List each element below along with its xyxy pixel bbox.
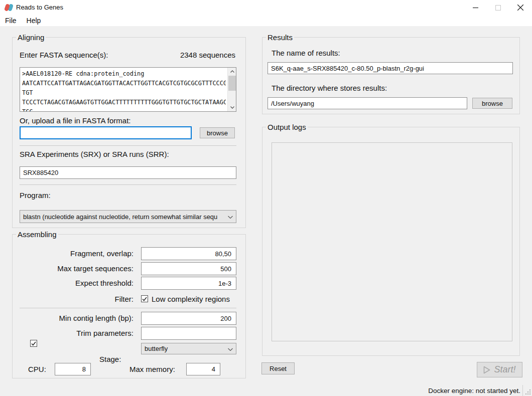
fasta-scrollbar[interactable] bbox=[227, 68, 236, 111]
program-select[interactable]: blastn (nucleotide against nucleotide, r… bbox=[20, 210, 236, 223]
scrollbar-thumb[interactable] bbox=[228, 76, 236, 91]
separator bbox=[20, 308, 236, 308]
output-logs-group: Output logs bbox=[262, 127, 520, 356]
docker-status-text: Docker engine: not started yet. bbox=[428, 387, 520, 394]
trim-parameters-label: Trim parameters: bbox=[20, 329, 134, 337]
output-logs-pane[interactable] bbox=[272, 142, 512, 341]
resize-grip[interactable] bbox=[524, 388, 530, 394]
assembling-legend: Assembling bbox=[16, 230, 58, 239]
stage-select-value: butterfly bbox=[145, 345, 168, 352]
checkmark-icon bbox=[31, 341, 36, 346]
start-button[interactable]: Start! bbox=[477, 362, 522, 377]
max-memory-label: Max memory: bbox=[129, 365, 175, 373]
scroll-down-icon[interactable] bbox=[228, 104, 236, 111]
upload-browse-button[interactable]: browse bbox=[200, 127, 235, 138]
maximize-icon bbox=[495, 5, 501, 11]
menu-bar: File Help bbox=[0, 15, 532, 26]
sra-input[interactable] bbox=[20, 166, 236, 179]
close-icon bbox=[517, 5, 523, 11]
results-name-input[interactable] bbox=[268, 62, 513, 74]
status-bar: Docker engine: not started yet. bbox=[0, 385, 532, 396]
title-bar: Reads to Genes bbox=[0, 0, 532, 15]
scroll-up-icon[interactable] bbox=[228, 68, 236, 75]
minimize-button[interactable] bbox=[464, 0, 487, 15]
trim-parameters-input[interactable] bbox=[141, 327, 236, 340]
app-logo-icon bbox=[5, 3, 14, 12]
maximize-button[interactable] bbox=[486, 0, 509, 15]
fasta-text: >AAEL018120-RE cdna:protein_coding AATCA… bbox=[22, 69, 226, 111]
trim-checkbox[interactable] bbox=[30, 340, 37, 347]
aligning-legend: Aligning bbox=[16, 33, 46, 42]
program-select-value: blastn (nucleotide against nucleotide, r… bbox=[23, 213, 217, 221]
status-divider bbox=[522, 385, 523, 396]
results-name-label: The name of results: bbox=[272, 49, 340, 57]
cpu-input[interactable] bbox=[55, 363, 91, 375]
program-label: Program: bbox=[20, 191, 51, 200]
upload-file-input[interactable] bbox=[20, 126, 192, 139]
upload-label: Or, upload a file in FASTA format: bbox=[20, 116, 131, 125]
results-dir-browse-button[interactable]: browse bbox=[472, 98, 512, 109]
reset-button[interactable]: Reset bbox=[261, 362, 295, 374]
min-contig-label: Min contig length (bp): bbox=[20, 314, 134, 322]
app-window: Reads to Genes File Help Aligning Enter … bbox=[0, 0, 532, 396]
assembling-group: Assembling Fragment, overlap: Max target… bbox=[12, 234, 246, 378]
fragment-overlap-input[interactable] bbox=[141, 247, 236, 260]
max-target-input[interactable] bbox=[141, 262, 236, 275]
stage-label: Stage: bbox=[99, 355, 121, 363]
fasta-textarea[interactable]: >AAEL018120-RE cdna:protein_coding AATCA… bbox=[20, 67, 236, 112]
results-legend: Results bbox=[266, 33, 294, 42]
chevron-down-icon bbox=[228, 213, 233, 221]
expect-threshold-label: Expect threshold: bbox=[20, 279, 134, 287]
sequence-count: 2348 sequences bbox=[180, 51, 235, 59]
stage-select[interactable]: butterfly bbox=[141, 343, 236, 354]
minimize-icon bbox=[473, 5, 478, 11]
close-button[interactable] bbox=[509, 0, 532, 15]
menu-file[interactable]: File bbox=[0, 16, 22, 25]
filter-label: Filter: bbox=[20, 295, 134, 303]
play-icon bbox=[483, 366, 490, 374]
filter-checkbox-label[interactable]: Low complexity regions bbox=[152, 295, 230, 303]
menu-help[interactable]: Help bbox=[22, 16, 46, 25]
filter-checkbox[interactable] bbox=[141, 295, 148, 302]
results-dir-input[interactable] bbox=[268, 97, 467, 109]
results-dir-label: The directory where stores results: bbox=[272, 84, 387, 92]
fragment-overlap-label: Fragment, overlap: bbox=[20, 249, 134, 258]
expect-threshold-input[interactable] bbox=[141, 277, 236, 290]
window-title: Reads to Genes bbox=[16, 4, 63, 11]
results-group: Results The name of results: The directo… bbox=[262, 37, 520, 114]
aligning-group: Aligning Enter FASTA sequence(s): 2348 s… bbox=[12, 37, 246, 228]
max-memory-input[interactable] bbox=[186, 363, 220, 375]
chevron-down-icon bbox=[228, 345, 233, 352]
min-contig-input[interactable] bbox=[141, 312, 236, 325]
separator bbox=[20, 145, 236, 146]
separator bbox=[20, 184, 236, 185]
sra-label: SRA Experiments (SRX) or SRA runs (SRR): bbox=[20, 150, 169, 158]
fasta-label: Enter FASTA sequence(s): bbox=[20, 51, 108, 59]
checkmark-icon bbox=[142, 297, 147, 301]
max-target-label: Max target sequences: bbox=[20, 264, 134, 273]
start-button-label: Start! bbox=[494, 364, 515, 375]
output-logs-legend: Output logs bbox=[266, 123, 308, 131]
cpu-label: CPU: bbox=[28, 365, 46, 373]
